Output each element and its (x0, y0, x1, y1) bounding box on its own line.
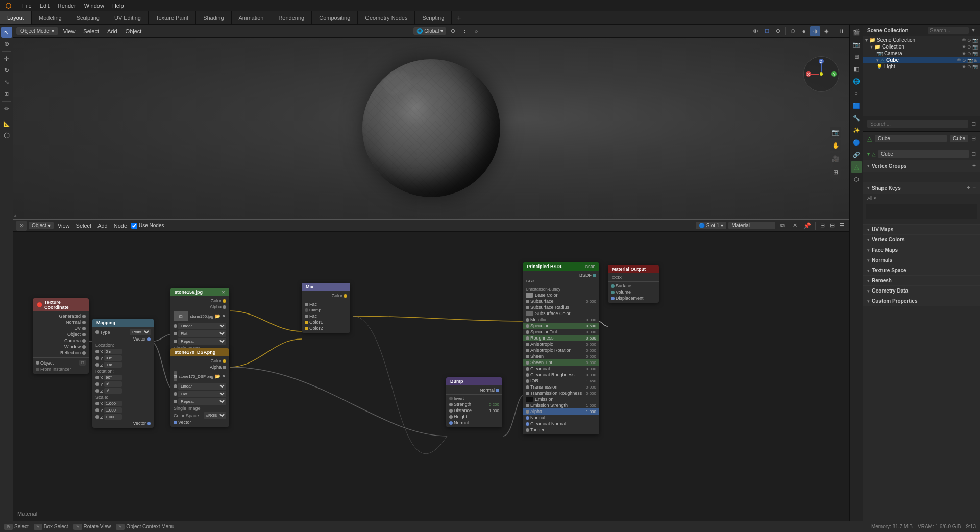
window-menu[interactable]: Window (80, 2, 108, 10)
face-maps-header[interactable]: ▾ Face Maps (863, 245, 980, 255)
tool-rotate[interactable]: ↻ (1, 65, 12, 76)
prop-filter-icon[interactable]: ⊟ (971, 120, 976, 127)
viewport-grid-btn[interactable]: ⊞ (830, 166, 841, 178)
render-menu[interactable]: Render (54, 2, 80, 10)
modifier-icon[interactable]: 🔧 (851, 112, 862, 124)
tab-modeling[interactable]: Modeling (32, 11, 69, 24)
mapping-x-input[interactable] (104, 349, 122, 354)
view-layer-prop-icon[interactable]: ◧ (851, 63, 862, 75)
viewport-snap-btn[interactable]: ⋮ (459, 26, 470, 36)
shading-wireframe-btn[interactable]: ⬡ (788, 26, 798, 36)
tool-select[interactable]: ↖ (1, 27, 12, 38)
mapping-sz-input[interactable] (104, 414, 122, 420)
gizmo-y-dot[interactable]: Y (831, 71, 837, 77)
node-context-dropdown[interactable]: Object ▾ (29, 222, 54, 229)
object-data-icon[interactable]: △ (851, 161, 862, 173)
cube-render-icon[interactable]: 📷 (967, 58, 973, 63)
viewport-pivot-btn[interactable]: ⊙ (448, 26, 458, 36)
outliner-collection[interactable]: ▾ 📁 Collection 👁 ⊙ 📷 (863, 43, 980, 50)
mapping-rz-input[interactable] (104, 388, 122, 394)
node-editor-copy-btn[interactable]: ⧉ (777, 221, 788, 231)
tab-uv-editing[interactable]: UV Editing (107, 11, 149, 24)
status-select[interactable]: 🖱 Select (4, 524, 29, 530)
mesh-settings-btn[interactable]: ⊟ (971, 135, 976, 142)
gizmo-z-dot[interactable]: Z (819, 59, 824, 64)
tab-layout[interactable]: Layout (0, 11, 32, 24)
node-view-menu[interactable]: View (56, 222, 72, 230)
mapping-z-input[interactable] (104, 362, 122, 368)
object-data-pin-btn[interactable]: ⊟ (971, 151, 976, 157)
tab-add[interactable]: + (452, 12, 466, 24)
viewport-pause-btn[interactable]: ⏸ (836, 26, 846, 36)
tool-measure[interactable]: 📐 (1, 118, 12, 129)
panel-drag-handle[interactable]: ▲ (13, 213, 18, 219)
node-select-menu[interactable]: Select (74, 222, 94, 230)
image1-interpolation[interactable]: Linear (178, 323, 226, 329)
camera-vis-icon[interactable]: 👁 (962, 51, 966, 56)
remesh-header[interactable]: ▾ Remesh (863, 276, 980, 285)
viewport-camera-btn[interactable]: 📷 (830, 127, 841, 138)
node-add-menu[interactable]: Add (95, 222, 110, 230)
node-principled-bsdf[interactable]: Principled BSDF BSDF BSDF GGX Christanse… (523, 262, 599, 434)
shape-keys-remove-btn[interactable]: − (972, 184, 976, 191)
tool-move[interactable]: ✛ (1, 53, 12, 64)
viewport-mode-dropdown[interactable]: Object Mode ▾ (16, 27, 58, 35)
node-mapping[interactable]: Mapping Type Point Vector Location: X (92, 319, 154, 428)
image2-colorspace[interactable]: sRGB (204, 412, 226, 419)
cube-sel-icon[interactable]: ⊙ (962, 58, 966, 63)
scene-col-render-icon[interactable]: 📷 (972, 38, 978, 43)
uv-maps-header[interactable]: ▾ UV Maps (863, 225, 980, 234)
tab-compositing[interactable]: Compositing (312, 11, 358, 24)
image1-projection[interactable]: Flat (178, 330, 226, 337)
tab-geometry-nodes[interactable]: Geometry Nodes (358, 11, 415, 24)
gizmo-x-dot[interactable]: X (806, 71, 811, 77)
object-icon[interactable]: 🟦 (851, 100, 862, 111)
node-zoom-out-btn[interactable]: ⊟ (819, 222, 826, 229)
custom-properties-header[interactable]: ▾ Custom Properties (863, 296, 980, 306)
mapping-type-select[interactable]: Point (130, 329, 151, 335)
shape-keys-header[interactable]: ▾ Shape Keys + − (863, 182, 980, 194)
viewport-xray-btn[interactable]: ⊙ (773, 26, 783, 36)
texture-space-header[interactable]: ▾ Texture Space (863, 265, 980, 275)
tab-shading[interactable]: Shading (196, 11, 231, 24)
viewport-show-gizmo-btn[interactable]: 👁 (750, 26, 761, 36)
viewport-transform-dropdown[interactable]: 🌐 Global ▾ (413, 27, 446, 35)
viewport-add-menu[interactable]: Add (104, 27, 120, 35)
node-editor-type-btn[interactable]: ⊙ (16, 221, 27, 231)
tc-object-field[interactable]: Object □ (33, 359, 89, 366)
tab-sculpting[interactable]: Sculpting (69, 11, 107, 24)
node-texture-coordinate[interactable]: 🔴 Texture Coordinate Generated Normal UV… (33, 298, 89, 374)
mapping-sy-input[interactable] (104, 407, 122, 413)
outliner-cube[interactable]: ▾ △ Cube 👁 ⊙ 📷 ⊞ (863, 57, 980, 63)
col-vis-icon[interactable]: 👁 (962, 44, 966, 50)
camera-render-icon[interactable]: 📷 (972, 51, 978, 56)
help-menu[interactable]: Help (108, 2, 128, 10)
node-material-output[interactable]: Material Output CCIX Surface Volume Disp… (608, 265, 659, 303)
edit-menu[interactable]: Edit (36, 2, 54, 10)
status-box-select[interactable]: 🖱 Box Select (34, 524, 68, 530)
node-zoom-in-btn[interactable]: ⊞ (828, 222, 836, 229)
scene-col-sel-icon[interactable]: ⊙ (967, 38, 971, 43)
render-prop-icon[interactable]: 📷 (851, 39, 862, 50)
viewport-proportional-btn[interactable]: ○ (471, 26, 481, 36)
light-sel-icon[interactable]: ⊙ (967, 64, 971, 69)
outliner-search-2[interactable] (867, 120, 968, 128)
node-editor-pin-btn[interactable]: 📌 (802, 221, 812, 231)
image2-projection[interactable]: Flat (178, 391, 226, 397)
node-mix[interactable]: Mix Color Fac Clamp Fac (302, 283, 350, 333)
vertex-groups-add-btn[interactable]: + (972, 162, 976, 170)
viewport-gizmo[interactable]: Z X Y (803, 56, 839, 92)
mesh-name-field[interactable]: Cube (875, 135, 947, 142)
node-image2[interactable]: stone170_DSP.png Color Alpha 🖼 stone170_… (170, 348, 229, 427)
cube-extra-icon[interactable]: ⊞ (974, 58, 978, 63)
shading-lookdev-btn[interactable]: ◑ (810, 26, 820, 36)
status-rotate[interactable]: 🖱 Rotate View (74, 524, 111, 530)
cube-vis-icon[interactable]: 👁 (957, 58, 961, 63)
tab-rendering[interactable]: Rendering (271, 11, 312, 24)
tool-scale[interactable]: ⤡ (1, 77, 12, 88)
shading-solid-btn[interactable]: ● (799, 26, 809, 36)
tc-from-instancer[interactable]: From Instancer (33, 366, 89, 372)
tool-add[interactable]: ⬡ (1, 130, 12, 141)
tab-scripting[interactable]: Scripting (415, 11, 452, 24)
node-editor-settings-btn[interactable]: ✕ (790, 221, 800, 231)
